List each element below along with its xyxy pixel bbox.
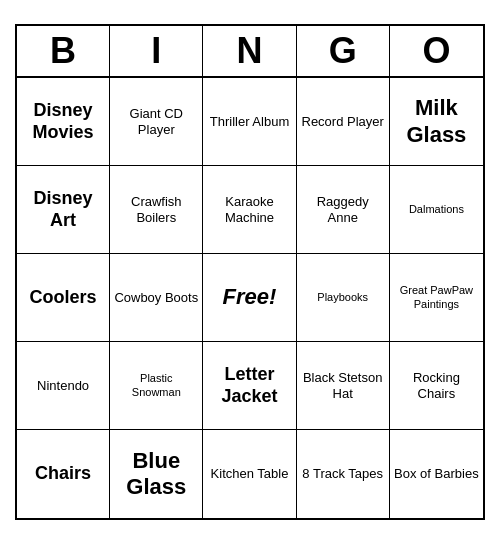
cell-label: Disney Movies xyxy=(21,100,105,143)
bingo-card: BINGO Disney MoviesGiant CD PlayerThrill… xyxy=(15,24,485,520)
cell-label: Chairs xyxy=(35,463,91,485)
bingo-cell: Karaoke Machine xyxy=(203,166,296,254)
bingo-cell: Record Player xyxy=(297,78,390,166)
cell-label: Raggedy Anne xyxy=(301,194,385,225)
bingo-cell: Milk Glass xyxy=(390,78,483,166)
cell-label: Plastic Snowman xyxy=(114,372,198,398)
cell-label: Milk Glass xyxy=(394,95,479,148)
bingo-cell: Playbooks xyxy=(297,254,390,342)
bingo-cell: Nintendo xyxy=(17,342,110,430)
bingo-cell: Free! xyxy=(203,254,296,342)
cell-label: 8 Track Tapes xyxy=(302,466,383,482)
cell-label: Thriller Album xyxy=(210,114,289,130)
bingo-cell: Dalmations xyxy=(390,166,483,254)
bingo-cell: Disney Movies xyxy=(17,78,110,166)
cell-label: Dalmations xyxy=(409,203,464,216)
cell-label: Crawfish Boilers xyxy=(114,194,198,225)
header-letter: G xyxy=(297,26,390,76)
cell-label: Giant CD Player xyxy=(114,106,198,137)
bingo-cell: Blue Glass xyxy=(110,430,203,518)
cell-label: Nintendo xyxy=(37,378,89,394)
bingo-header: BINGO xyxy=(17,26,483,78)
bingo-cell: Plastic Snowman xyxy=(110,342,203,430)
bingo-cell: Chairs xyxy=(17,430,110,518)
bingo-cell: Raggedy Anne xyxy=(297,166,390,254)
cell-label: Record Player xyxy=(302,114,384,130)
cell-label: Rocking Chairs xyxy=(394,370,479,401)
bingo-cell: Rocking Chairs xyxy=(390,342,483,430)
bingo-grid: Disney MoviesGiant CD PlayerThriller Alb… xyxy=(17,78,483,518)
bingo-cell: Disney Art xyxy=(17,166,110,254)
bingo-cell: Letter Jacket xyxy=(203,342,296,430)
header-letter: I xyxy=(110,26,203,76)
bingo-cell: Black Stetson Hat xyxy=(297,342,390,430)
header-letter: B xyxy=(17,26,110,76)
cell-label: Karaoke Machine xyxy=(207,194,291,225)
cell-label: Cowboy Boots xyxy=(114,290,198,306)
bingo-cell: Giant CD Player xyxy=(110,78,203,166)
cell-label: Kitchen Table xyxy=(211,466,289,482)
cell-label: Black Stetson Hat xyxy=(301,370,385,401)
cell-label: Blue Glass xyxy=(114,448,198,501)
cell-label: Letter Jacket xyxy=(207,364,291,407)
bingo-cell: Great PawPaw Paintings xyxy=(390,254,483,342)
cell-label: Box of Barbies xyxy=(394,466,479,482)
bingo-cell: Coolers xyxy=(17,254,110,342)
bingo-cell: 8 Track Tapes xyxy=(297,430,390,518)
bingo-cell: Thriller Album xyxy=(203,78,296,166)
cell-label: Disney Art xyxy=(21,188,105,231)
header-letter: N xyxy=(203,26,296,76)
header-letter: O xyxy=(390,26,483,76)
cell-label: Free! xyxy=(223,284,277,310)
cell-label: Great PawPaw Paintings xyxy=(394,284,479,310)
bingo-cell: Box of Barbies xyxy=(390,430,483,518)
bingo-cell: Cowboy Boots xyxy=(110,254,203,342)
bingo-cell: Crawfish Boilers xyxy=(110,166,203,254)
bingo-cell: Kitchen Table xyxy=(203,430,296,518)
cell-label: Playbooks xyxy=(317,291,368,304)
cell-label: Coolers xyxy=(30,287,97,309)
